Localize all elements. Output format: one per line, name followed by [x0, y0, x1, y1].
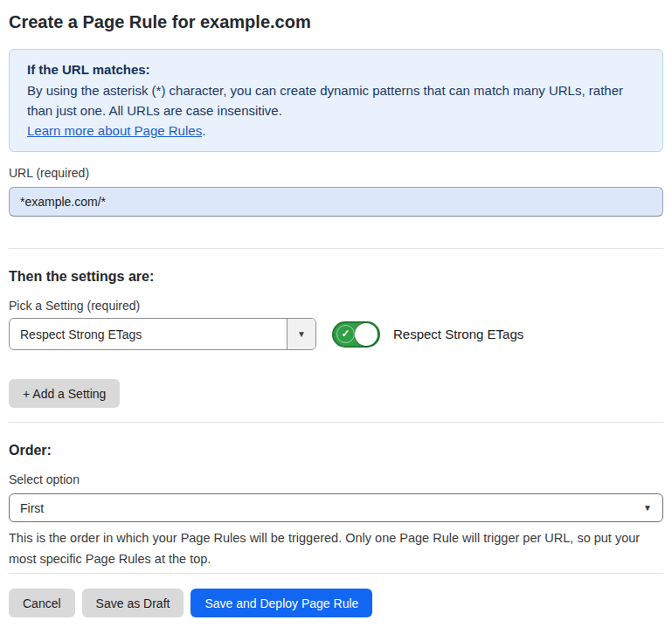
check-icon: ✓	[341, 328, 350, 339]
order-help-text: This is the order in which your Page Rul…	[9, 527, 663, 569]
setting-dropdown-arrow-button[interactable]: ▼	[287, 319, 315, 349]
setting-dropdown-value: Respect Strong ETags	[10, 319, 287, 349]
section-divider	[9, 248, 663, 249]
setting-dropdown[interactable]: Respect Strong ETags ▼	[9, 318, 316, 350]
footer-divider	[9, 573, 663, 574]
section-divider	[9, 422, 663, 423]
link-suffix: .	[202, 123, 205, 138]
add-setting-button[interactable]: + Add a Setting	[9, 379, 120, 408]
setting-row: Respect Strong ETags ▼ ✓ Respect Strong …	[9, 318, 663, 350]
page-title: Create a Page Rule for example.com	[9, 10, 663, 33]
order-select[interactable]: First ▼	[9, 493, 663, 522]
info-box-link-line: Learn more about Page Rules.	[27, 121, 645, 141]
footer-actions: Cancel Save as Draft Save and Deploy Pag…	[9, 589, 663, 617]
info-box-heading: If the URL matches:	[27, 59, 645, 79]
settings-section-heading: Then the settings are:	[9, 268, 663, 285]
toggle-knob	[355, 323, 378, 346]
select-option-label: Select option	[9, 472, 663, 487]
chevron-down-icon: ▼	[643, 504, 652, 513]
pick-setting-label: Pick a Setting (required)	[9, 299, 663, 314]
url-input[interactable]	[9, 187, 663, 217]
setting-toggle[interactable]: ✓	[332, 321, 380, 348]
info-box-body: By using the asterisk (*) character, you…	[27, 80, 645, 121]
toggle-check-circle: ✓	[336, 325, 355, 343]
order-select-value: First	[20, 501, 643, 515]
chevron-down-icon: ▼	[297, 330, 306, 339]
save-and-deploy-button[interactable]: Save and Deploy Page Rule	[191, 589, 372, 617]
setting-toggle-label: Respect Strong ETags	[393, 327, 523, 341]
url-field-label: URL (required)	[9, 166, 663, 181]
order-section-heading: Order:	[9, 442, 663, 458]
learn-more-link[interactable]: Learn more about Page Rules	[27, 123, 202, 138]
save-as-draft-button[interactable]: Save as Draft	[82, 589, 184, 617]
url-matches-info-box: If the URL matches: By using the asteris…	[9, 49, 663, 152]
cancel-button[interactable]: Cancel	[9, 589, 75, 617]
